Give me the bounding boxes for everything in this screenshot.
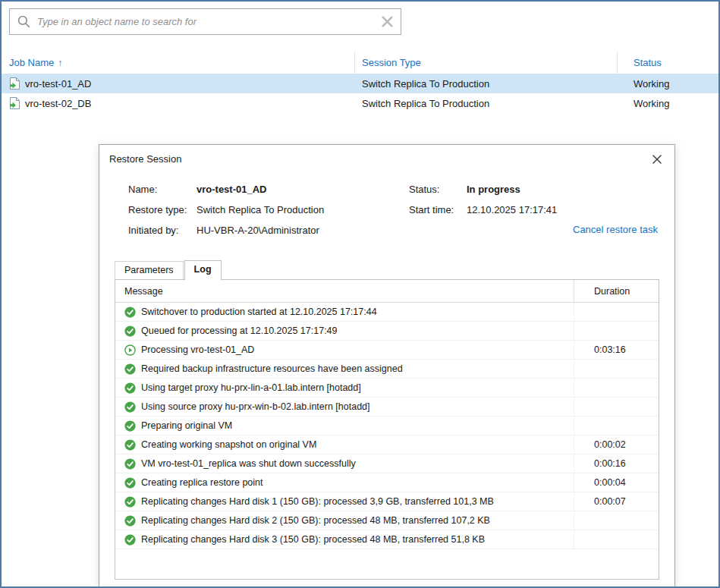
session-info-right: Status: In progress Start time: 12.10.20…: [409, 179, 557, 220]
log-row[interactable]: Creating replica restore point 0:00:04: [115, 473, 659, 492]
log-message: VM vro-test-01_replica was shut down suc…: [141, 458, 356, 469]
success-check-icon: [124, 325, 136, 337]
log-table-body: Switchover to production started at 12.1…: [115, 303, 659, 549]
log-row[interactable]: Preparing original VM: [115, 417, 659, 435]
column-header-message: Message: [115, 286, 574, 297]
log-duration: 0:00:04: [574, 473, 659, 492]
sort-ascending-icon: ↑: [58, 58, 62, 68]
log-panel: Message Duration Switchover to productio…: [115, 279, 659, 580]
start-time-label: Start time:: [409, 204, 467, 215]
success-check-icon: [124, 515, 136, 527]
log-duration: 0:00:16: [574, 454, 659, 473]
sessions-table: Job Name ↑ Session Type Status vro-test-…: [2, 52, 718, 113]
column-header-duration: Duration: [574, 280, 659, 302]
tab-label: Log: [194, 264, 212, 275]
log-message: Replicating changes Hard disk 3 (150 GB)…: [141, 534, 485, 545]
session-row[interactable]: vro-test-02_DB Switch Replica To Product…: [2, 93, 718, 113]
log-row[interactable]: Replicating changes Hard disk 2 (150 GB)…: [115, 511, 659, 530]
log-duration: 0:00:02: [574, 435, 659, 454]
clear-search-icon[interactable]: [378, 12, 397, 31]
dialog-tabs: Parameters Log: [115, 260, 222, 279]
log-row[interactable]: Switchover to production started at 12.1…: [115, 303, 659, 322]
initiated-by-value: HU-VBR-A-20\Administrator: [197, 225, 319, 236]
log-row[interactable]: Queued for processing at 12.10.2025 17:1…: [115, 322, 659, 341]
log-message: Creating working snapshot on original VM: [141, 439, 316, 450]
success-check-icon: [124, 420, 136, 432]
success-check-icon: [124, 307, 136, 318]
cancel-restore-task-link[interactable]: Cancel restore task: [573, 224, 658, 235]
success-check-icon: [124, 477, 136, 489]
log-message: Required backup infrastructure resources…: [141, 363, 403, 374]
log-message: Replicating changes Hard disk 1 (150 GB)…: [141, 496, 494, 507]
log-message: Using source proxy hu-prx-win-b-02.lab.i…: [141, 401, 370, 412]
status-label: Status:: [409, 184, 467, 195]
session-status: Working: [618, 98, 718, 109]
success-check-icon: [124, 363, 136, 375]
log-duration: 0:00:07: [574, 492, 659, 511]
success-check-icon: [124, 382, 136, 394]
log-duration: 0:03:16: [574, 341, 659, 359]
log-duration: [574, 303, 659, 321]
job-name: vro-test-02_DB: [25, 98, 91, 109]
log-message: Processing vro-test-01_AD: [141, 344, 254, 355]
job-name: vro-test-01_AD: [25, 78, 91, 90]
restore-job-icon: [9, 77, 20, 90]
log-row[interactable]: Using source proxy hu-prx-win-b-02.lab.i…: [115, 398, 659, 417]
search-input[interactable]: [37, 9, 378, 34]
log-row[interactable]: Required backup infrastructure resources…: [115, 360, 659, 379]
log-duration: [574, 379, 659, 397]
log-row[interactable]: Processing vro-test-01_AD 0:03:16: [115, 341, 659, 360]
session-info-left: Name: vro-test-01_AD Restore type: Switc…: [128, 179, 324, 241]
log-row[interactable]: Using target proxy hu-prx-lin-a-01.lab.i…: [115, 379, 659, 398]
column-header-job-name[interactable]: Job Name ↑: [2, 52, 355, 74]
log-duration: [574, 530, 659, 549]
processing-play-icon: [124, 344, 136, 356]
column-header-session-type[interactable]: Session Type: [355, 52, 618, 74]
search-box: [9, 8, 401, 35]
dialog-title: Restore Session: [109, 153, 181, 165]
name-label: Name:: [128, 184, 197, 195]
restore-type-value: Switch Replica To Production: [197, 204, 324, 215]
log-duration: [574, 322, 659, 340]
session-row[interactable]: vro-test-01_AD Switch Replica To Product…: [2, 74, 718, 93]
log-message: Preparing original VM: [141, 420, 232, 431]
log-duration: [574, 398, 659, 416]
log-row[interactable]: VM vro-test-01_replica was shut down suc…: [115, 454, 659, 473]
log-message: Using target proxy hu-prx-lin-a-01.lab.i…: [141, 382, 361, 393]
success-check-icon: [124, 458, 136, 470]
search-icon: [17, 14, 31, 29]
success-check-icon: [124, 439, 136, 451]
success-check-icon: [124, 496, 136, 508]
session-status: Working: [618, 78, 718, 90]
restore-job-icon: [9, 97, 20, 109]
tab-log[interactable]: Log: [184, 260, 222, 280]
restore-session-dialog: Restore Session Name: vro-test-01_AD Res…: [99, 144, 675, 588]
tab-label: Parameters: [124, 265, 174, 275]
session-type: Switch Replica To Production: [355, 78, 618, 90]
log-row[interactable]: Replicating changes Hard disk 3 (150 GB)…: [115, 530, 659, 549]
app-window: Job Name ↑ Session Type Status vro-test-…: [0, 0, 720, 588]
tab-parameters[interactable]: Parameters: [115, 261, 184, 279]
log-message: Replicating changes Hard disk 2 (150 GB)…: [141, 515, 490, 526]
log-message: Queued for processing at 12.10.2025 17:1…: [141, 325, 338, 336]
success-check-icon: [124, 534, 136, 546]
sessions-table-header: Job Name ↑ Session Type Status: [2, 52, 718, 74]
initiated-by-label: Initiated by:: [128, 225, 197, 236]
log-duration: [574, 511, 659, 530]
status-value: In progress: [467, 184, 520, 195]
close-icon[interactable]: [649, 151, 665, 168]
log-duration: [574, 417, 659, 435]
log-row[interactable]: Creating working snapshot on original VM…: [115, 435, 659, 454]
log-row[interactable]: Replicating changes Hard disk 1 (150 GB)…: [115, 492, 659, 511]
log-message: Creating replica restore point: [141, 477, 263, 488]
job-table-body: vro-test-01_AD Switch Replica To Product…: [2, 74, 718, 113]
log-message: Switchover to production started at 12.1…: [141, 307, 377, 317]
log-duration: [574, 360, 659, 378]
start-time-value: 12.10.2025 17:17:41: [467, 204, 557, 215]
job-name-header-label: Job Name: [9, 57, 54, 68]
session-type: Switch Replica To Production: [355, 98, 618, 109]
log-table-header: Message Duration: [115, 280, 659, 303]
success-check-icon: [124, 401, 136, 413]
restore-type-label: Restore type:: [128, 204, 197, 215]
column-header-status[interactable]: Status: [618, 52, 718, 74]
